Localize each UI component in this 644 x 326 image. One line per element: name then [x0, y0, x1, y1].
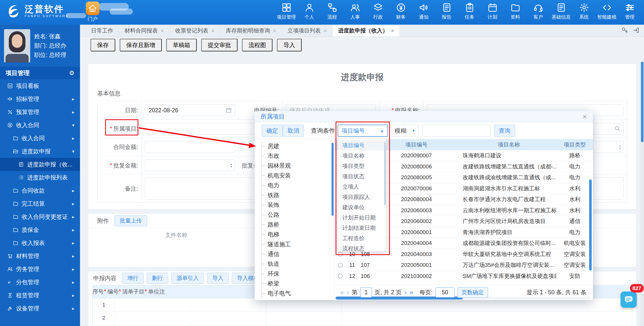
date-field[interactable] — [145, 104, 235, 116]
menu-item[interactable]: 预算管理 ▸ — [0, 105, 80, 119]
page-scrollbar-thumb[interactable] — [641, 62, 643, 142]
detail-action-button[interactable]: 删行 — [147, 273, 168, 284]
topbar-module[interactable]: 计划 — [481, 2, 504, 20]
topbar-module[interactable]: 任务 — [458, 2, 481, 20]
tree-item[interactable]: 机电安装 — [262, 171, 334, 180]
menu-scrollbar-thumb[interactable] — [384, 142, 386, 205]
search-button[interactable]: 查询 — [494, 125, 515, 137]
approved-amount-field[interactable]: ▲▼ — [145, 160, 235, 171]
tree-item[interactable]: 环保 — [262, 269, 334, 279]
logout-icon[interactable] — [633, 27, 639, 34]
topbar-module[interactable]: 基础信息 — [550, 2, 573, 20]
spinner-icons[interactable]: ▲▼ — [228, 160, 235, 171]
topbar-module[interactable]: 资料 — [504, 2, 527, 20]
page-input[interactable] — [360, 287, 372, 298]
batch-upload-button[interactable]: 批量上传 — [114, 215, 147, 226]
tab-close-icon[interactable]: × — [324, 28, 327, 34]
next-page-button[interactable]: › — [404, 288, 407, 296]
tab-close-icon[interactable]: × — [161, 28, 164, 34]
tree-item[interactable]: 公路 — [262, 210, 334, 220]
menu-item[interactable]: 招标管理 ▸ — [0, 92, 80, 105]
topbar-module[interactable]: 行政 — [367, 2, 389, 20]
toolbar-button[interactable]: 流程图 — [242, 39, 272, 51]
tab-close-icon[interactable]: × — [391, 28, 394, 34]
table-row[interactable]: 11 107 2020050001 万达广场35#会所及咖啡厅空调安装... 空… — [335, 260, 593, 271]
tree-item[interactable]: 电梯 — [262, 230, 334, 239]
topbar-module[interactable]: 系统 — [573, 2, 595, 20]
menu-item[interactable]: 收入报表 ▸ — [0, 236, 80, 249]
match-select[interactable]: 模糊▼ — [391, 125, 419, 137]
cancel-button[interactable]: 取消 — [283, 125, 304, 137]
topbar-module[interactable]: 管理 — [618, 2, 641, 20]
menu-item[interactable]: 项目看板 — [0, 79, 80, 92]
gear-icon[interactable]: ⚙ — [69, 69, 74, 77]
tree-item[interactable]: 路桥 — [262, 220, 334, 230]
toolbar-button[interactable]: 保存 — [91, 39, 115, 51]
topbar-module[interactable]: 人事 — [344, 2, 367, 20]
option-item[interactable]: 流程状态 — [338, 243, 386, 251]
search-icon[interactable] — [614, 126, 620, 132]
menu-item[interactable]: 进度款申报 ▾ — [0, 145, 80, 158]
tree-item[interactable]: 装饰 — [262, 200, 334, 210]
topbar-module[interactable]: 报告 — [435, 2, 458, 20]
key-icon[interactable] — [621, 27, 628, 34]
menu-item[interactable]: 进度款申报（收... — [0, 158, 80, 171]
topbar-module[interactable]: 客户 — [527, 2, 550, 20]
spinner-icons[interactable]: ▲▼ — [616, 141, 623, 153]
option-item[interactable]: 项目跟踪人 — [338, 192, 386, 202]
first-page-button[interactable]: « — [340, 288, 344, 296]
menu-item[interactable]: 材料管理 ▸ — [0, 249, 80, 263]
toolbar-button[interactable]: 导入 — [277, 39, 302, 51]
tab-close-icon[interactable]: × — [273, 28, 276, 34]
topbar-module[interactable]: 项目管理 — [275, 2, 298, 20]
tree-scrollbar-thumb[interactable] — [332, 143, 334, 216]
contract-amount-field[interactable] — [145, 141, 235, 153]
menu-item[interactable]: 租赁管理 ▸ — [0, 289, 80, 302]
portal-button[interactable]: 门户 — [82, 2, 103, 22]
radio-button[interactable] — [338, 263, 343, 268]
topbar-module[interactable]: 通知 — [412, 2, 435, 20]
toolbar-button[interactable]: 草稿箱 — [166, 39, 197, 51]
option-item[interactable]: 计划结束日期 — [338, 223, 386, 233]
radio-button[interactable] — [338, 274, 343, 278]
table-scrollbar-thumb[interactable] — [589, 179, 592, 271]
close-icon[interactable]: × — [582, 113, 587, 120]
menu-item[interactable]: x² 分包管理 ▸ — [0, 276, 80, 289]
menu-item[interactable]: 收入合同 ▸ — [0, 132, 80, 145]
option-item[interactable]: 项目编号 — [338, 140, 386, 151]
topbar-module[interactable]: 智能建模 — [595, 2, 618, 20]
toolbar-button[interactable]: 提交审批 — [201, 39, 237, 51]
detail-action-button[interactable]: 源单引入 — [171, 273, 204, 284]
detail-row[interactable]: 1 — [93, 298, 632, 311]
option-item[interactable]: 建设单位 — [338, 202, 386, 212]
per-page-input[interactable] — [435, 287, 455, 298]
field-select[interactable]: 项目编号▲ — [338, 125, 388, 137]
topbar-module[interactable]: 流程 — [321, 2, 344, 20]
option-item[interactable]: 项目状态 — [338, 171, 386, 182]
chat-button[interactable] — [621, 292, 637, 308]
page-confirm-button[interactable]: 页数确定 — [457, 287, 488, 298]
topbar-module[interactable]: 财务 — [389, 2, 412, 20]
detail-action-button[interactable]: 导入 — [207, 273, 229, 284]
tab[interactable]: 材料合同报表 × — [119, 25, 170, 37]
option-item[interactable]: 工程造价 — [338, 233, 386, 243]
detail-action-button[interactable]: 增行 — [122, 273, 144, 284]
tab[interactable]: 库存期初明细查询 × — [220, 25, 282, 37]
tree-item[interactable]: 园林景观 — [262, 161, 334, 171]
prev-page-button[interactable]: ‹ — [347, 288, 349, 296]
menu-item[interactable]: 质保金 ▸ — [0, 223, 80, 236]
last-page-button[interactable]: » — [409, 288, 413, 296]
option-item[interactable]: 立项人 — [338, 182, 386, 192]
menu-item[interactable]: 劳务管理 ▸ — [0, 263, 80, 276]
table-row[interactable]: 12 106 2021030002 SM广场地下车库更换摄像机及硬盘项目 安防 — [335, 271, 593, 282]
detail-row[interactable]: 3 — [93, 324, 632, 326]
calendar-icon[interactable] — [226, 107, 232, 113]
modal-search-input[interactable] — [422, 125, 491, 137]
radio-button[interactable] — [338, 252, 343, 257]
tree-item[interactable]: 房建 — [262, 141, 334, 151]
tree-item[interactable]: 隧道施工 — [262, 239, 334, 249]
tree-item[interactable]: 铁路 — [262, 190, 334, 200]
tab[interactable]: 日常工作 — [86, 25, 119, 37]
menu-item[interactable]: 收入合同变更签证 ▸ — [0, 210, 80, 223]
topbar-module[interactable]: 个人 — [298, 2, 321, 20]
